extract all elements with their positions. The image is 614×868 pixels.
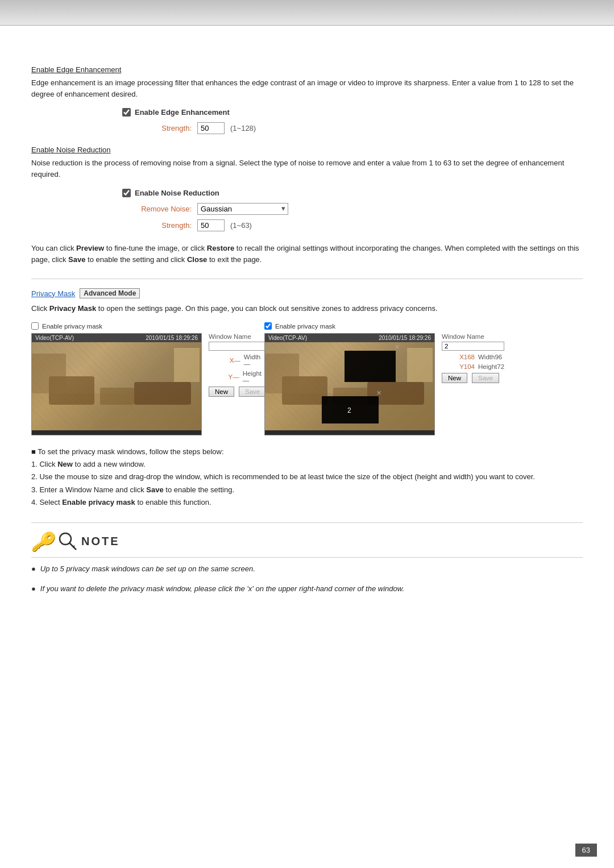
svg-rect-5 — [32, 354, 66, 393]
mask-panel-2-checkbox-row: Enable privacy mask — [264, 322, 480, 330]
svg-rect-4 — [100, 388, 134, 405]
noise-reduction-desc: Noise reduction is the process of removi… — [31, 157, 583, 180]
mask-panel-2-new-button[interactable]: New — [442, 373, 467, 383]
noise-reduction-strength-row: Strength: (1~63) — [135, 219, 583, 231]
svg-rect-6 — [174, 348, 200, 382]
mask-panel-1-y-label: Y— — [209, 373, 239, 380]
mask-panel-1-buttons: New Save — [209, 387, 266, 397]
edge-enhancement-checkbox[interactable] — [122, 108, 131, 117]
mask-panel-2-checkbox-label: Enable privacy mask — [275, 323, 335, 330]
noise-reduction-remove-row: Remove Noise: Gaussian Normal — [135, 203, 583, 215]
mask-panels: Enable privacy mask Video(TCP-AV) 2010/0… — [31, 322, 583, 435]
mask-panel-1-save-button[interactable]: Save — [239, 387, 266, 397]
note-header: 🔑 NOTE — [31, 531, 583, 558]
mask-panel-2-video-right: 2010/01/15 18:29:26 — [379, 335, 431, 341]
step-4: 4. Select Enable privacy mask to enable … — [31, 496, 583, 509]
mask-panel-1-x-row: X— Width— — [209, 354, 266, 367]
edge-enhancement-strength-row: Strength: (1~128) — [135, 122, 583, 134]
steps-list: ■ To set the privacy mask windows, follo… — [31, 446, 583, 508]
mask-panel-2-video-header: Video(TCP-AV) 2010/01/15 18:29:26 — [265, 334, 434, 342]
edge-enhancement-checkbox-label: Enable Edge Enhancement — [135, 108, 230, 117]
mask-panel-1-window-name-label: Window Name — [209, 333, 266, 340]
mask-panel-1-checkbox-row: Enable privacy mask — [31, 322, 247, 330]
mask-panel-2-side: Window Name X168 Width96 Y104 Height72 — [442, 333, 504, 435]
mask-panel-2-checkbox[interactable] — [264, 322, 272, 330]
note-item-1: ● Up to 5 privacy mask windows can be se… — [31, 563, 583, 575]
preview-instructions: You can click Preview to fine-tune the i… — [31, 243, 583, 267]
mask-panel-2-video-svg: ✕ ✕ 2 — [265, 342, 435, 430]
mask-panel-1-video-right: 2010/01/15 18:29:26 — [146, 335, 198, 341]
edge-enhancement-section: Enable Edge Enhancement Edge enhancement… — [31, 65, 583, 134]
noise-reduction-checkbox-row: Enable Noise Reduction — [122, 189, 583, 197]
note-icon: 🔑 — [31, 531, 54, 553]
mask-panel-1-height-label: Height— — [243, 370, 266, 384]
mask-panel-1-width-label: Width— — [244, 354, 266, 367]
mask-panel-2-x-row: X168 Width96 — [442, 354, 504, 360]
svg-line-20 — [69, 543, 76, 550]
mask-panel-2-height-label: Height72 — [478, 363, 504, 370]
mask-panel-2: Enable privacy mask Video(TCP-AV) 2010/0… — [264, 322, 480, 435]
privacy-mask-heading: Privacy Mask Advanced Mode — [31, 288, 583, 298]
edge-enhancement-strength-range: (1~128) — [230, 124, 256, 132]
edge-enhancement-desc: Edge enhancement is an image processing … — [31, 77, 583, 100]
mask-panel-2-inner: Video(TCP-AV) 2010/01/15 18:29:26 — [264, 333, 480, 435]
step-1: 1. Click New to add a new window. — [31, 458, 583, 471]
mask-panel-1-video-image — [32, 342, 201, 430]
mask-panel-1-side: Window Name X— Width— Y— Height— — [209, 333, 266, 435]
mask-panel-1-window-name-input[interactable] — [209, 342, 266, 351]
svg-text:✕: ✕ — [395, 343, 400, 350]
note-item-2-text: If you want to delete the privacy mask w… — [40, 583, 404, 595]
edge-enhancement-strength-label: Strength: — [135, 124, 192, 132]
mask-panel-2-y-label: Y104 — [442, 363, 475, 370]
page-number: 63 — [575, 844, 597, 857]
privacy-mask-desc: Click Privacy Mask to open the settings … — [31, 303, 583, 314]
edge-enhancement-checkbox-row: Enable Edge Enhancement — [122, 108, 583, 117]
noise-reduction-checkbox[interactable] — [122, 189, 131, 197]
mask-panel-2-window-name-label: Window Name — [442, 333, 504, 340]
note-key-icon — [59, 531, 77, 552]
top-bar — [0, 0, 614, 26]
privacy-mask-section: Privacy Mask Advanced Mode Click Privacy… — [31, 288, 583, 509]
noise-reduction-controls: Enable Noise Reduction Remove Noise: Gau… — [122, 189, 583, 231]
mask-panel-2-save-button[interactable]: Save — [472, 373, 499, 383]
mask-panel-2-x-label: X168 — [442, 354, 475, 360]
mask-panel-1-y-row: Y— Height— — [209, 370, 266, 384]
noise-reduction-remove-label: Remove Noise: — [135, 205, 192, 213]
mask-panel-1-video-area: Video(TCP-AV) 2010/01/15 18:29:26 — [31, 333, 202, 435]
privacy-mask-link[interactable]: Privacy Mask — [31, 289, 75, 298]
mask-panel-2-video-image: ✕ ✕ 2 — [265, 342, 434, 430]
edge-enhancement-title: Enable Edge Enhancement — [31, 65, 121, 74]
svg-rect-14 — [345, 351, 396, 382]
svg-rect-13 — [407, 348, 433, 382]
mask-panel-1-x-label: X— — [209, 357, 240, 364]
mask-panel-2-width-label: Width96 — [478, 354, 502, 360]
mask-panel-2-video-left: Video(TCP-AV) — [268, 335, 307, 341]
svg-text:2: 2 — [347, 406, 351, 414]
mask-panel-1-video: Video(TCP-AV) 2010/01/15 18:29:26 — [31, 333, 202, 435]
noise-remove-select[interactable]: Gaussian Normal — [197, 203, 288, 215]
step-3: 3. Enter a Window Name and click Save to… — [31, 484, 583, 496]
mask-panel-1-checkbox[interactable] — [31, 322, 39, 330]
mask-panel-2-buttons: New Save — [442, 373, 504, 383]
noise-reduction-checkbox-label: Enable Noise Reduction — [135, 189, 219, 197]
section-divider — [31, 279, 583, 279]
mask-panel-2-video: Video(TCP-AV) 2010/01/15 18:29:26 — [264, 333, 435, 435]
note-title: NOTE — [81, 535, 120, 548]
noise-reduction-section: Enable Noise Reduction Noise reduction i… — [31, 146, 583, 231]
mask-panel-1-new-button[interactable]: New — [209, 387, 234, 397]
edge-enhancement-controls: Enable Edge Enhancement Strength: (1~128… — [122, 108, 583, 134]
edge-enhancement-strength-input[interactable] — [197, 122, 225, 134]
mask-panel-1-video-header: Video(TCP-AV) 2010/01/15 18:29:26 — [32, 334, 201, 342]
note-item-2: ● If you want to delete the privacy mask… — [31, 583, 583, 595]
advanced-mode-badge[interactable]: Advanced Mode — [80, 288, 140, 298]
noise-remove-select-wrapper: Gaussian Normal — [197, 203, 288, 215]
mask-panel-2-window-name-input[interactable] — [442, 342, 504, 351]
svg-rect-3 — [134, 382, 191, 405]
step-2: 2. Use the mouse to size and drag-drop t… — [31, 471, 583, 483]
svg-text:✕: ✕ — [376, 389, 381, 396]
mask-panel-2-y-row: Y104 Height72 — [442, 363, 504, 370]
step-bullet: ■ To set the privacy mask windows, follo… — [31, 446, 583, 458]
noise-reduction-strength-label: Strength: — [135, 221, 192, 230]
noise-reduction-strength-input[interactable] — [197, 219, 225, 231]
mask-panel-2-video-area: Video(TCP-AV) 2010/01/15 18:29:26 — [264, 333, 435, 435]
